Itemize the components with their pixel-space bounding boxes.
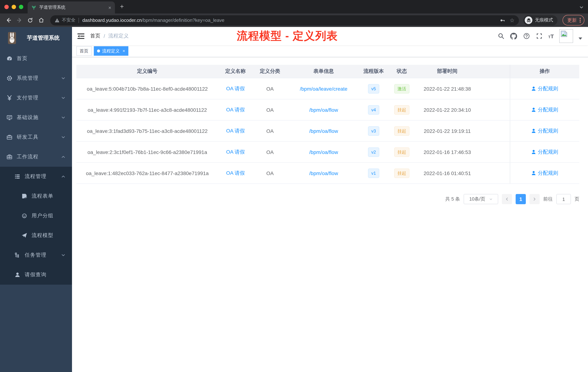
forward-button[interactable] bbox=[15, 15, 24, 25]
new-tab-button[interactable]: + bbox=[120, 3, 124, 11]
col-header-status: 状态 bbox=[387, 65, 416, 78]
form-info-link[interactable]: /bpm/oa/leave/create bbox=[300, 86, 347, 92]
screen: 芋道管理系统 × + 不安全 dashboard.yudao.iocoder.c… bbox=[0, 0, 588, 372]
reload-button[interactable] bbox=[25, 15, 35, 25]
form-info-link[interactable]: /bpm/oa/flow bbox=[309, 149, 338, 155]
assign-rule-link[interactable]: 分配规则 bbox=[531, 149, 558, 155]
zoom-window-button[interactable] bbox=[19, 5, 23, 9]
list-icon bbox=[15, 174, 20, 179]
tab-search-chevron-icon[interactable] bbox=[579, 4, 584, 11]
goto-page-input[interactable] bbox=[556, 194, 571, 204]
assign-rule-link[interactable]: 分配规则 bbox=[531, 128, 558, 134]
help-icon[interactable] bbox=[523, 33, 530, 40]
breadcrumb-current: 流程定义 bbox=[108, 33, 129, 39]
github-icon[interactable] bbox=[510, 33, 517, 40]
active-tag-dot bbox=[97, 50, 100, 52]
address-bar[interactable]: 不安全 dashboard.yudao.iocoder.cn /bpm/mana… bbox=[50, 15, 519, 25]
browser-tab[interactable]: 芋道管理系统 × bbox=[28, 1, 115, 13]
definition-name-link[interactable]: OA 请假 bbox=[226, 85, 245, 92]
form-info-link[interactable]: /bpm/oa/flow bbox=[309, 107, 338, 113]
sidebar-item-label: 流程管理 bbox=[25, 173, 47, 180]
assign-rule-link[interactable]: 分配规则 bbox=[531, 107, 558, 113]
tag-home[interactable]: 首页 bbox=[76, 46, 92, 56]
incognito-label: 无痕模式 bbox=[535, 17, 553, 23]
sidebar-item-payment-management[interactable]: 支付管理 bbox=[0, 88, 72, 108]
version-badge: v5 bbox=[368, 84, 379, 93]
collapse-sidebar-icon[interactable] bbox=[77, 33, 84, 40]
sidebar-item-label: 系统管理 bbox=[17, 75, 39, 82]
sidebar-item-label: 用户分组 bbox=[32, 213, 53, 219]
tab-close-icon[interactable]: × bbox=[108, 5, 111, 10]
definition-id: oa_leave:1:482ec033-762a-11ec-8477-a2380… bbox=[76, 163, 218, 184]
next-page-button[interactable] bbox=[529, 194, 540, 204]
assign-rule-link[interactable]: 分配规则 bbox=[531, 85, 558, 92]
chevron-down-icon bbox=[61, 115, 65, 120]
app-header: 首页 / 流程定义 流程模型 - 定义列表 bbox=[72, 27, 588, 45]
definition-name-link[interactable]: OA 请假 bbox=[226, 170, 245, 176]
security-label[interactable]: 不安全 bbox=[62, 17, 75, 23]
browser-menu-icon[interactable] bbox=[580, 18, 581, 22]
form-info-link[interactable]: /bpm/oa/flow bbox=[309, 170, 338, 176]
sidebar-item-process-management[interactable]: 流程管理 bbox=[0, 167, 72, 186]
definition-category: OA bbox=[253, 163, 287, 184]
definition-name-link[interactable]: OA 请假 bbox=[226, 128, 245, 134]
home-button[interactable] bbox=[36, 15, 46, 25]
table-row: oa_leave:4:991f2193-7b7f-11ec-a3c8-acde4… bbox=[76, 99, 579, 120]
sidebar-logo[interactable]: 芋道管理系统 bbox=[0, 27, 72, 49]
sidebar-item-label: 工作流程 bbox=[17, 153, 39, 160]
page-number-button[interactable]: 1 bbox=[516, 194, 526, 204]
avatar-caret-down-icon[interactable] bbox=[578, 37, 582, 40]
password-key-icon[interactable] bbox=[499, 17, 505, 23]
page-unit-label: 页 bbox=[575, 196, 579, 202]
version-badge: v2 bbox=[368, 147, 379, 157]
col-header-actions: 操作 bbox=[510, 65, 579, 78]
page-size-select[interactable]: 10条/页 bbox=[464, 194, 498, 204]
user-group-icon bbox=[21, 213, 27, 219]
bookmark-star-icon[interactable]: ☆ bbox=[510, 17, 514, 23]
incognito-badge: 无痕模式 bbox=[523, 15, 557, 25]
yen-icon bbox=[7, 95, 12, 101]
paper-plane-icon bbox=[21, 233, 27, 238]
tag-process-definition[interactable]: 流程定义 × bbox=[94, 46, 128, 56]
browser-tab-strip: 芋道管理系统 × + bbox=[0, 0, 588, 13]
definition-name-link[interactable]: OA 请假 bbox=[226, 149, 245, 155]
status-badge: 挂起 bbox=[394, 126, 410, 136]
form-info-link[interactable]: /bpm/oa/flow bbox=[309, 128, 338, 134]
definition-name-link[interactable]: OA 请假 bbox=[226, 107, 245, 113]
sidebar-item-home[interactable]: 首页 bbox=[0, 49, 72, 68]
tag-close-icon[interactable]: × bbox=[123, 49, 125, 53]
prev-page-button[interactable] bbox=[502, 194, 512, 204]
sidebar-item-dev-tools[interactable]: 研发工具 bbox=[0, 127, 72, 147]
back-button[interactable] bbox=[4, 15, 13, 25]
close-window-button[interactable] bbox=[4, 5, 9, 9]
breadcrumb-home[interactable]: 首页 bbox=[90, 33, 100, 39]
sidebar-item-system-management[interactable]: 系统管理 bbox=[0, 68, 72, 88]
chevron-down-icon bbox=[61, 135, 65, 139]
sidebar-item-task-management[interactable]: 任务管理 bbox=[0, 245, 72, 265]
breadcrumb: 首页 / 流程定义 bbox=[90, 33, 129, 39]
not-secure-warning-icon[interactable] bbox=[54, 18, 60, 23]
sidebar-item-label: 流程表单 bbox=[32, 193, 53, 199]
sidebar-item-infrastructure[interactable]: 基础设施 bbox=[0, 108, 72, 127]
user-avatar[interactable] bbox=[559, 29, 573, 43]
minimize-window-button[interactable] bbox=[12, 5, 16, 9]
sidebar-item-user-group[interactable]: 用户分组 bbox=[0, 206, 72, 226]
sidebar-item-process-form[interactable]: 流程表单 bbox=[0, 186, 72, 206]
search-icon[interactable] bbox=[497, 33, 504, 40]
tags-view: 首页 流程定义 × bbox=[72, 45, 588, 57]
content-area: 定义编号 定义名称 定义分类 表单信息 流程版本 状态 部署时间 操作 oa_l… bbox=[72, 57, 588, 372]
sidebar-item-leave-query[interactable]: 请假查询 bbox=[0, 265, 72, 285]
tree-icon bbox=[15, 252, 20, 258]
assign-rule-link[interactable]: 分配规则 bbox=[531, 170, 558, 176]
definition-id: oa_leave:2:3c1f0ef1-76b1-11ec-9c66-a2380… bbox=[76, 142, 218, 162]
browser-update-button[interactable]: 更新 bbox=[563, 15, 584, 25]
col-header-form-info: 表单信息 bbox=[287, 65, 360, 78]
window-controls bbox=[4, 5, 23, 9]
font-size-icon[interactable]: TT bbox=[548, 33, 554, 39]
fullscreen-icon[interactable] bbox=[536, 33, 543, 40]
deploy-time: 2022-01-22 20:34:10 bbox=[416, 99, 478, 120]
sidebar-item-workflow[interactable]: 工作流程 bbox=[0, 147, 72, 167]
status-badge: 挂起 bbox=[394, 105, 410, 114]
sidebar-item-process-model[interactable]: 流程模型 bbox=[0, 226, 72, 245]
update-label: 更新 bbox=[567, 17, 577, 23]
